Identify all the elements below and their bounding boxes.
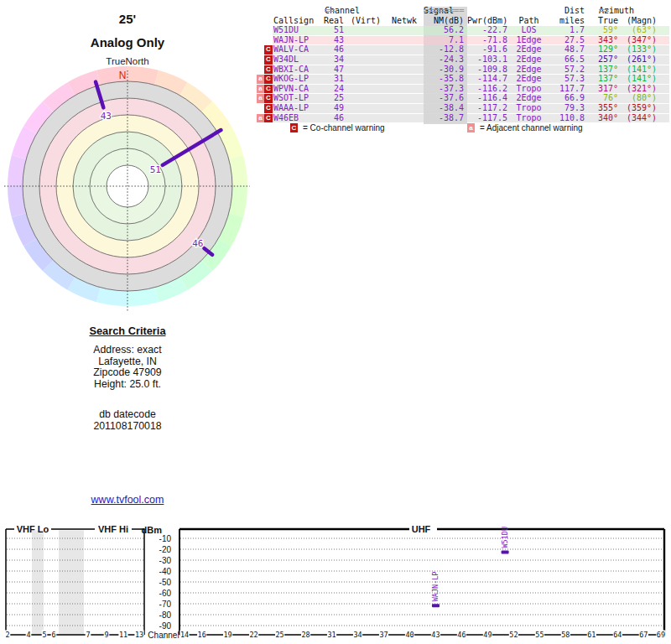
channel-tick-16: 16: [198, 631, 206, 639]
nm-cell: -37.6: [424, 94, 467, 103]
channel-tick-34: 34: [353, 631, 362, 639]
miles-cell: 1.7: [548, 26, 585, 35]
ray-channel-label: 46: [192, 238, 203, 249]
column-header-Path: Path: [510, 17, 548, 26]
channel-tick-28: 28: [301, 631, 309, 639]
callsign-cell: WPVN-CA: [273, 85, 323, 94]
pwr-cell: -116.4: [467, 94, 510, 103]
callsign-cell: W46EB: [273, 114, 323, 123]
site-link-wrap: www.tvfool.com: [0, 494, 255, 506]
table-row-WAJN-LP: WAJN-LP437.1-71.81Edge27.5343°(347°): [257, 36, 671, 45]
table-row-WAAA-LP: CWAAA-LP49-38.4-117.2Tropo79.3355°(359°): [257, 104, 671, 113]
dist-group-header: Dist: [564, 7, 585, 16]
station-marker-label-W51DU: W51DU: [501, 527, 509, 548]
adjacent-warning-marker: [257, 65, 264, 75]
table-row-W34DL: CW34DL34-24.3-103.12Edge66.5257°(261°): [257, 55, 671, 65]
virt-cell: [344, 36, 383, 45]
adjacent-warning-marker: a: [257, 94, 264, 103]
fm-gap-band: [59, 531, 84, 636]
callsign-cell: WBXI-CA: [273, 65, 323, 75]
netwk-cell: [383, 75, 424, 84]
search-address-line: Address: exact: [0, 345, 255, 356]
virt-cell: [344, 114, 383, 123]
true_az-cell: 129°: [585, 45, 618, 55]
magn_az-cell: (141°): [618, 65, 657, 75]
dbm-tick-label: -30: [159, 556, 172, 565]
real-cell: 46: [323, 45, 344, 55]
magn_az-cell: (141°): [618, 75, 657, 84]
nm-cell: -35.8: [424, 75, 467, 84]
path-cell: 2Edge: [510, 65, 548, 75]
tail-cell: [657, 114, 669, 123]
real-cell: 24: [323, 85, 344, 94]
north-letter: N: [111, 70, 134, 81]
virt-cell: [344, 26, 383, 35]
virt-cell: [344, 94, 383, 103]
tail-cell: [657, 65, 669, 75]
magn_az-cell: (344°): [618, 114, 657, 123]
channel-tick-55: 55: [535, 631, 544, 639]
adjacent-warning-marker: [257, 45, 264, 55]
true_az-cell: 317°: [585, 85, 618, 94]
path-cell: 2Edge: [510, 55, 548, 65]
column-header-Callsign: Callsign: [273, 17, 323, 26]
table-row-WSOT-LP: aCWSOT-LP25-37.6-116.42Edge66.976°(80°): [257, 94, 671, 103]
channel-tick-52: 52: [509, 631, 518, 639]
co-channel-warning-marker: C: [264, 65, 273, 75]
channel-tick-40: 40: [405, 631, 414, 639]
tail-cell: [657, 94, 669, 103]
netwk-cell: [383, 104, 424, 113]
channel-tick-49: 49: [483, 631, 492, 639]
column-header-(Magn): (Magn): [618, 17, 657, 26]
vhf-hi-label: VHF Hi: [98, 524, 128, 534]
db-datecode-value: 201108170018: [0, 421, 255, 433]
pwr-cell: -109.8: [467, 65, 510, 75]
co-channel-warning-icon: C: [290, 123, 298, 132]
co-channel-warning-marker: C: [264, 85, 273, 94]
magn_az-cell: (321°): [618, 85, 657, 94]
table-row-W51DU: W51DU5156.2-22.7LOS1.759°(63°): [257, 26, 671, 35]
table-column-header-row: CallsignReal(Virt)NetwkNM(dB)Pwr(dBm)Pat…: [257, 17, 671, 26]
tvfool-link[interactable]: www.tvfool.com: [91, 494, 164, 506]
spectrum-chart: VHF LoVHF HiUHFdBm-10-20-30-40-50-60-70-…: [0, 520, 671, 644]
channel-axis-label: Channel: [148, 631, 179, 640]
adjacent-warning-marker: [257, 26, 264, 35]
adjacent-warning-marker: [257, 55, 264, 65]
vhf-lo-label: VHF Lo: [17, 524, 49, 534]
netwk-cell: [383, 45, 424, 55]
ray-channel-label: 51: [150, 164, 161, 175]
virt-cell: [344, 55, 383, 65]
channel-tick-14: 14: [180, 631, 189, 639]
uhf-label: UHF: [412, 524, 431, 534]
north-reference-label: TrueNorth: [0, 56, 255, 66]
real-cell: 31: [323, 75, 344, 84]
netwk-cell: [383, 114, 424, 123]
path-cell: Tropo: [510, 85, 548, 94]
pwr-cell: -22.7: [467, 26, 510, 35]
pwr-cell: -103.1: [467, 55, 510, 65]
search-criteria-title: Search Criteria: [0, 325, 255, 337]
path-cell: LOS: [510, 26, 548, 35]
magn_az-cell: (347°): [618, 36, 657, 45]
true_az-cell: 59°: [585, 26, 618, 35]
channel-tick-61: 61: [587, 631, 596, 639]
magn_az-cell: (261°): [618, 55, 657, 65]
column-header-True: True: [585, 17, 618, 26]
channel-tick-37: 37: [379, 631, 388, 639]
virt-cell: [344, 104, 383, 113]
netwk-cell: [383, 36, 424, 45]
station-marker-W51DU: [502, 551, 509, 554]
co-channel-warning-marker: [264, 36, 273, 45]
table-rows: W51DU5156.2-22.7LOS1.759°(63°)WAJN-LP437…: [257, 26, 671, 122]
channel-tick-31: 31: [327, 631, 336, 639]
nm-cell: -37.3: [424, 85, 467, 94]
channel-tick-58: 58: [561, 631, 570, 639]
co-channel-warning-marker: C: [264, 55, 273, 65]
virt-cell: [344, 65, 383, 75]
path-cell: 2Edge: [510, 94, 548, 103]
true_az-cell: 340°: [585, 114, 618, 123]
miles-cell: 66.5: [548, 55, 585, 65]
dbm-tick-label: -20: [159, 545, 172, 554]
real-cell: 49: [323, 104, 344, 113]
tail-cell: [657, 36, 669, 45]
